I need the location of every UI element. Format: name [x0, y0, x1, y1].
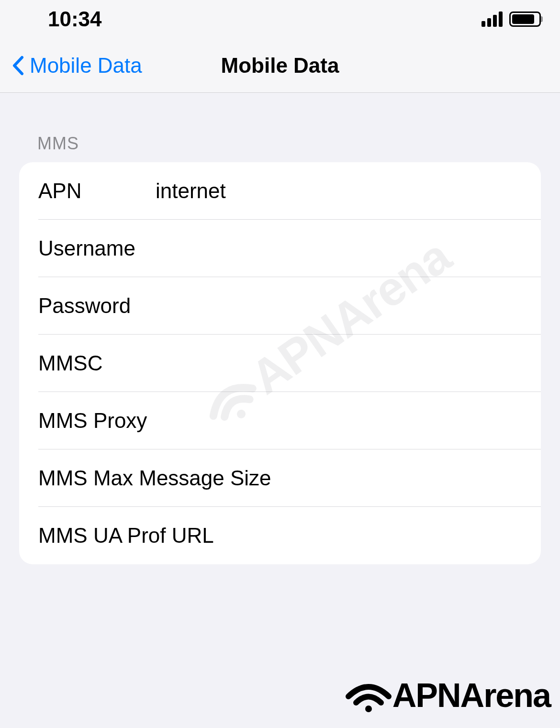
row-username[interactable]: Username — [19, 220, 541, 277]
wifi-icon — [345, 676, 392, 715]
label-mms-proxy: MMS Proxy — [38, 409, 147, 433]
section-header-mms: MMS — [0, 93, 560, 162]
row-mms-ua-prof[interactable]: MMS UA Prof URL — [19, 507, 541, 564]
status-bar: 10:34 — [0, 0, 560, 38]
label-mmsc: MMSC — [38, 351, 156, 375]
row-password[interactable]: Password — [19, 277, 541, 335]
label-username: Username — [38, 236, 156, 260]
battery-icon — [509, 11, 541, 27]
label-mms-ua-prof: MMS UA Prof URL — [38, 524, 214, 548]
row-mmsc[interactable]: MMSC — [19, 335, 541, 392]
svg-point-1 — [365, 706, 372, 712]
page-title: Mobile Data — [221, 54, 339, 78]
status-indicators — [482, 11, 541, 27]
chevron-left-icon — [11, 56, 24, 76]
brand-footer: APNArena — [345, 676, 550, 715]
status-time: 10:34 — [48, 7, 102, 31]
value-apn[interactable]: internet — [156, 179, 541, 203]
cellular-signal-icon — [482, 11, 503, 27]
row-mms-max-size[interactable]: MMS Max Message Size — [19, 449, 541, 507]
navigation-bar: Mobile Data Mobile Data — [0, 38, 560, 93]
label-mms-max-size: MMS Max Message Size — [38, 466, 271, 490]
back-button[interactable]: Mobile Data — [11, 54, 142, 78]
label-password: Password — [38, 294, 156, 318]
row-apn[interactable]: APN internet — [19, 162, 541, 220]
row-mms-proxy[interactable]: MMS Proxy — [19, 392, 541, 449]
label-apn: APN — [38, 179, 156, 203]
brand-text: APNArena — [392, 676, 550, 715]
settings-group-mms: APN internet Username Password MMSC MMS … — [19, 162, 541, 564]
back-label: Mobile Data — [30, 54, 142, 78]
